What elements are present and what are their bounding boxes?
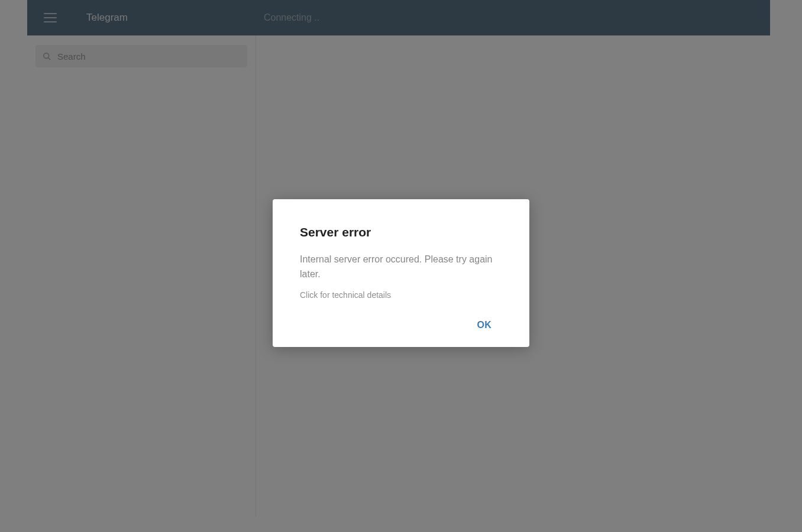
modal-overlay[interactable]: Server error Internal server error occur…: [0, 0, 802, 532]
dialog-title: Server error: [300, 225, 502, 239]
dialog-actions: OK: [300, 312, 502, 336]
error-dialog: Server error Internal server error occur…: [273, 199, 529, 347]
technical-details-link[interactable]: Click for technical details: [300, 290, 502, 300]
dialog-message: Internal server error occured. Please tr…: [300, 252, 502, 282]
ok-button[interactable]: OK: [466, 314, 502, 336]
